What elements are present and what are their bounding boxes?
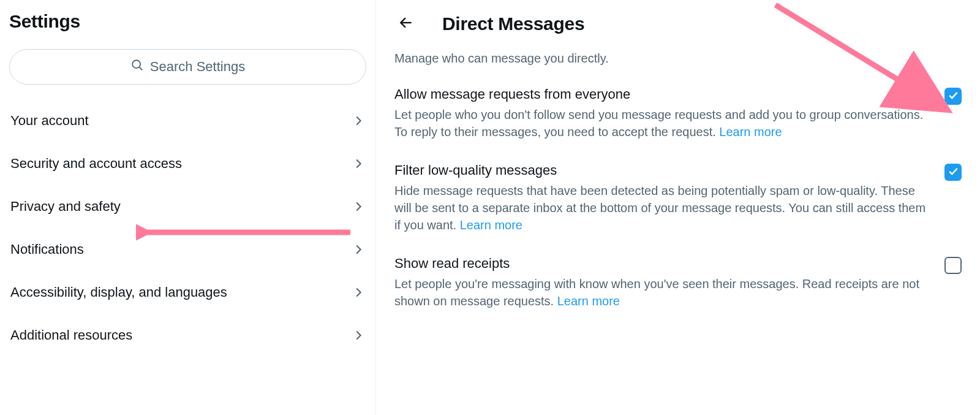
setting-desc: Hide message requests that have been det…	[394, 182, 926, 234]
detail-title: Direct Messages	[442, 13, 584, 34]
checkbox-allow-message-requests[interactable]	[944, 88, 962, 105]
learn-more-link[interactable]: Learn more	[719, 125, 782, 139]
svg-line-1	[140, 67, 143, 70]
chevron-right-icon	[352, 286, 365, 299]
sidebar-item-accessibility-display-languages[interactable]: Accessibility, display, and languages	[9, 271, 366, 314]
setting-desc: Let people who you don't follow send you…	[394, 106, 926, 140]
chevron-right-icon	[352, 157, 365, 170]
settings-detail-pane: Direct Messages Manage who can message y…	[376, 0, 980, 415]
svg-point-0	[132, 60, 140, 68]
chevron-right-icon	[352, 329, 365, 342]
setting-text: Show read receipts Let people you're mes…	[394, 256, 926, 310]
setting-text: Allow message requests from everyone Let…	[394, 86, 926, 140]
detail-subtitle: Manage who can message you directly.	[394, 51, 962, 66]
sidebar-item-label: Security and account access	[10, 156, 182, 172]
setting-title: Allow message requests from everyone	[394, 86, 926, 102]
checkbox-show-read-receipts[interactable]	[944, 257, 962, 274]
setting-text: Filter low-quality messages Hide message…	[394, 162, 926, 234]
back-button[interactable]	[394, 11, 418, 37]
setting-title: Show read receipts	[394, 256, 926, 272]
sidebar-item-notifications[interactable]: Notifications	[9, 228, 366, 271]
sidebar-item-privacy-and-safety[interactable]: Privacy and safety	[9, 185, 366, 228]
chevron-right-icon	[352, 243, 365, 256]
setting-desc: Let people you're messaging with know wh…	[394, 275, 926, 310]
chevron-right-icon	[352, 200, 365, 213]
settings-title: Settings	[9, 11, 366, 32]
setting-title: Filter low-quality messages	[394, 162, 926, 178]
chevron-right-icon	[352, 114, 365, 128]
sidebar-item-additional-resources[interactable]: Additional resources	[9, 314, 366, 357]
sidebar-item-your-account[interactable]: Your account	[9, 99, 366, 142]
sidebar-item-label: Your account	[10, 113, 89, 129]
search-settings-input[interactable]: Search Settings	[9, 49, 366, 85]
setting-desc-text: Let people who you don't follow send you…	[394, 108, 923, 139]
check-icon	[947, 165, 959, 180]
sidebar-item-security-and-account-access[interactable]: Security and account access	[9, 142, 366, 185]
learn-more-link[interactable]: Learn more	[460, 218, 522, 232]
setting-show-read-receipts: Show read receipts Let people you're mes…	[394, 256, 962, 310]
settings-sidebar: Settings Search Settings Your account Se…	[0, 0, 376, 415]
arrow-left-icon	[398, 15, 414, 33]
detail-header: Direct Messages	[394, 11, 962, 37]
checkbox-filter-low-quality[interactable]	[944, 164, 962, 181]
search-icon	[130, 58, 144, 75]
setting-filter-low-quality: Filter low-quality messages Hide message…	[394, 162, 962, 234]
learn-more-link[interactable]: Learn more	[557, 294, 620, 308]
check-icon	[947, 89, 959, 104]
sidebar-item-label: Additional resources	[10, 327, 132, 343]
sidebar-item-label: Privacy and safety	[10, 199, 121, 215]
search-placeholder-text: Search Settings	[150, 59, 245, 75]
sidebar-item-label: Accessibility, display, and languages	[10, 284, 227, 300]
sidebar-item-label: Notifications	[10, 242, 84, 257]
setting-allow-message-requests: Allow message requests from everyone Let…	[394, 86, 962, 140]
setting-desc-text: Let people you're messaging with know wh…	[394, 277, 919, 308]
